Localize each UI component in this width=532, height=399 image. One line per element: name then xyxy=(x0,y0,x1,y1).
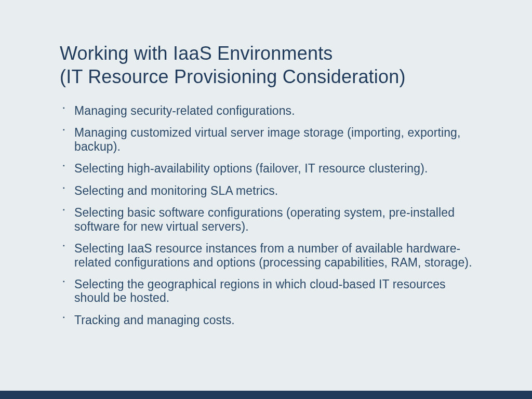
slide-title: Working with IaaS Environments (IT Resou… xyxy=(60,42,472,88)
list-item: Selecting the geographical regions in wh… xyxy=(74,277,472,305)
bullet-list: Managing security-related configurations… xyxy=(60,104,472,327)
list-item: Selecting IaaS resource instances from a… xyxy=(74,242,472,269)
list-item: Managing customized virtual server image… xyxy=(74,126,472,153)
title-line-1: Working with IaaS Environments xyxy=(60,43,333,64)
list-item: Managing security-related configurations… xyxy=(74,104,472,117)
slide-container: Working with IaaS Environments (IT Resou… xyxy=(0,0,532,399)
list-item: Tracking and managing costs. xyxy=(74,313,472,327)
list-item: Selecting basic software configurations … xyxy=(74,206,472,233)
list-item: Selecting and monitoring SLA metrics. xyxy=(74,184,472,197)
footer-bar xyxy=(0,391,532,399)
list-item: Selecting high-availability options (fai… xyxy=(74,162,472,175)
title-line-2: (IT Resource Provisioning Consideration) xyxy=(60,66,406,87)
